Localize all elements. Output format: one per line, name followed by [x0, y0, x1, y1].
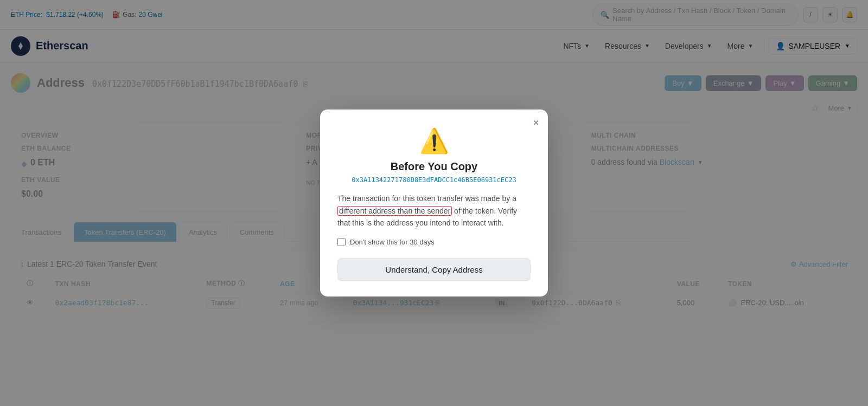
- modal-overlay: × ⚠️ Before You Copy 0x3A11342271780D8E3…: [0, 0, 868, 333]
- dont-show-checkbox[interactable]: [337, 238, 346, 246]
- modal-highlighted-text: different address than the sender: [337, 206, 452, 216]
- dont-show-label[interactable]: Don't show this for 30 days: [350, 238, 435, 246]
- warning-triangle-icon: ⚠️: [419, 127, 449, 154]
- modal-address: 0x3A11342271780D8E3dFADCC1c46B5E06931cEC…: [337, 176, 531, 184]
- confirm-copy-button[interactable]: Understand, Copy Address: [337, 258, 531, 281]
- modal-title: Before You Copy: [337, 160, 531, 173]
- copy-warning-modal: × ⚠️ Before You Copy 0x3A11342271780D8E3…: [320, 109, 548, 296]
- modal-body: The transaction for this token transfer …: [337, 192, 531, 229]
- modal-checkbox-row: Don't show this for 30 days: [337, 238, 531, 246]
- modal-body-text1: The transaction for this token transfer …: [337, 194, 516, 203]
- modal-close-button[interactable]: ×: [533, 117, 539, 128]
- modal-warning-icon: ⚠️: [337, 127, 531, 155]
